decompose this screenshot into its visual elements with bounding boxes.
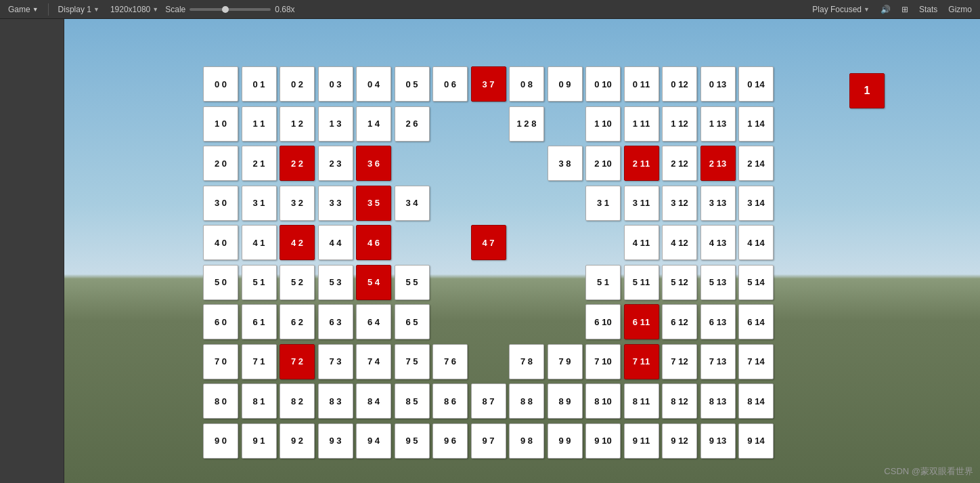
tile-1-14: 1 14: [738, 106, 774, 142]
tile-6-14: 6 14: [738, 304, 774, 339]
sidebar-left: [0, 19, 64, 483]
tile-0-8: 0 8: [509, 66, 544, 102]
tile-6-3: 6 3: [318, 304, 353, 339]
tile-2-13: 2 13: [700, 146, 736, 181]
game-view: 0 00 10 20 30 40 50 63 70 80 90 100 110 …: [64, 19, 980, 483]
game-tab[interactable]: Game ▼: [4, 3, 43, 16]
tile-2-2: 2 2: [280, 146, 315, 181]
tile-3-1: 3 1: [242, 186, 277, 221]
gizmo-label: Gizmo: [948, 5, 972, 14]
tile-7-2: 7 2: [280, 344, 315, 379]
tile-4-12: 4 12: [662, 225, 697, 260]
tile-8-1: 8 1: [242, 383, 277, 419]
tile-1-5: 2 6: [395, 106, 430, 142]
tile-4-13: 4 13: [700, 225, 736, 260]
audio-icon[interactable]: 🔊: [876, 3, 895, 16]
tile-5-5: 5 5: [395, 265, 430, 300]
tile-0-6: 0 6: [432, 66, 468, 102]
tile-0-0: 0 0: [203, 66, 238, 102]
tile-7-5: 7 5: [395, 344, 430, 379]
tile-4-1: 4 1: [242, 225, 277, 260]
play-focused-dropdown-icon: ▼: [864, 6, 870, 13]
display-dropdown-icon: ▼: [93, 6, 99, 13]
game-label: Game: [8, 5, 30, 14]
tile-7-10: 7 10: [585, 344, 621, 379]
tile-0-2: 0 2: [280, 66, 315, 102]
tile-3-14: 3 14: [738, 186, 774, 221]
tile-3-4: 3 5: [356, 186, 391, 221]
tile-9-13: 9 13: [700, 423, 736, 459]
tile-5-0: 5 0: [203, 265, 238, 300]
tile-5-11: 5 11: [624, 265, 659, 300]
tile-4-11: 4 11: [624, 225, 659, 260]
tile-9-1: 9 1: [242, 423, 277, 459]
tile-7-14: 7 14: [738, 344, 774, 379]
tile-8-0: 8 0: [203, 383, 238, 419]
tile-8-11: 8 11: [624, 383, 659, 419]
tile-7-8: 7 8: [509, 344, 544, 379]
tile-7-3: 7 3: [318, 344, 353, 379]
watermark: CSDN @蒙双眼看世界: [884, 465, 973, 478]
tile-9-6: 9 6: [432, 423, 468, 459]
play-focused-label: Play Focused: [812, 5, 862, 14]
tile-0-10: 0 10: [585, 66, 621, 102]
tile-7-11: 7 11: [624, 344, 659, 379]
tile-5-1: 5 1: [242, 265, 277, 300]
tile-4-3: 4 4: [318, 225, 353, 260]
resolution-selector[interactable]: 1920x1080 ▼: [106, 3, 162, 16]
tile-7-4: 7 4: [356, 344, 391, 379]
tile-8-5: 8 5: [395, 383, 430, 419]
tile-3-10: 3 1: [585, 186, 621, 221]
grid-icon[interactable]: ⊞: [897, 3, 912, 16]
tile-4-2: 4 2: [280, 225, 315, 260]
play-focused-button[interactable]: Play Focused ▼: [808, 3, 874, 16]
tile-0-14: 0 14: [738, 66, 774, 102]
tile-8-4: 8 4: [356, 383, 391, 419]
scale-container: Scale 0.68x: [165, 5, 294, 14]
tile-7-12: 7 12: [662, 344, 697, 379]
tile-8-6: 8 6: [432, 383, 468, 419]
display-label: Display 1: [58, 5, 91, 14]
tile-6-2: 6 2: [280, 304, 315, 339]
tile-9-7: 9 7: [471, 423, 506, 459]
gizmo-button[interactable]: Gizmo: [944, 3, 976, 16]
tile-6-13: 6 13: [700, 304, 736, 339]
tile-8-7: 8 7: [471, 383, 506, 419]
tile-0-12: 0 12: [662, 66, 697, 102]
tile-2-0: 2 0: [203, 146, 238, 181]
tile-2-4: 3 6: [356, 146, 391, 181]
tile-0-13: 0 13: [700, 66, 736, 102]
tile-6-5: 6 5: [395, 304, 430, 339]
tile-9-2: 9 2: [280, 423, 315, 459]
tile-1-10: 1 10: [585, 106, 621, 142]
tile-9-14: 9 14: [738, 423, 774, 459]
toolbar: Game ▼ Display 1 ▼ 1920x1080 ▼ Scale 0.6…: [0, 0, 980, 19]
tile-2-3: 2 3: [318, 146, 353, 181]
tile-0-1: 0 1: [242, 66, 277, 102]
tile-8-3: 8 3: [318, 383, 353, 419]
scale-slider[interactable]: [190, 8, 271, 11]
stats-button[interactable]: Stats: [915, 3, 941, 16]
tile-9-12: 9 12: [662, 423, 697, 459]
tile-4-14: 4 14: [738, 225, 774, 260]
tile-7-6: 7 6: [432, 344, 468, 379]
tile-1-0: 1 0: [203, 106, 238, 142]
tile-9-4: 9 4: [356, 423, 391, 459]
tile-8-8: 8 8: [509, 383, 544, 419]
tile-3-5: 3 4: [395, 186, 430, 221]
tile-4-7: 4 7: [471, 225, 506, 260]
floating-tile-1: 1: [849, 73, 885, 108]
display-selector[interactable]: Display 1 ▼: [54, 3, 104, 16]
tile-0-7: 3 7: [471, 66, 506, 102]
tile-3-0: 3 0: [203, 186, 238, 221]
tile-5-12: 5 12: [662, 265, 697, 300]
tile-0-4: 0 4: [356, 66, 391, 102]
tile-9-0: 9 0: [203, 423, 238, 459]
tile-0-11: 0 11: [624, 66, 659, 102]
tile-5-13: 5 13: [700, 265, 736, 300]
tile-8-14: 8 14: [738, 383, 774, 419]
resolution-dropdown-icon: ▼: [152, 6, 158, 13]
tile-2-12: 2 12: [662, 146, 697, 181]
tile-5-4: 5 4: [356, 265, 391, 300]
tile-7-0: 7 0: [203, 344, 238, 379]
